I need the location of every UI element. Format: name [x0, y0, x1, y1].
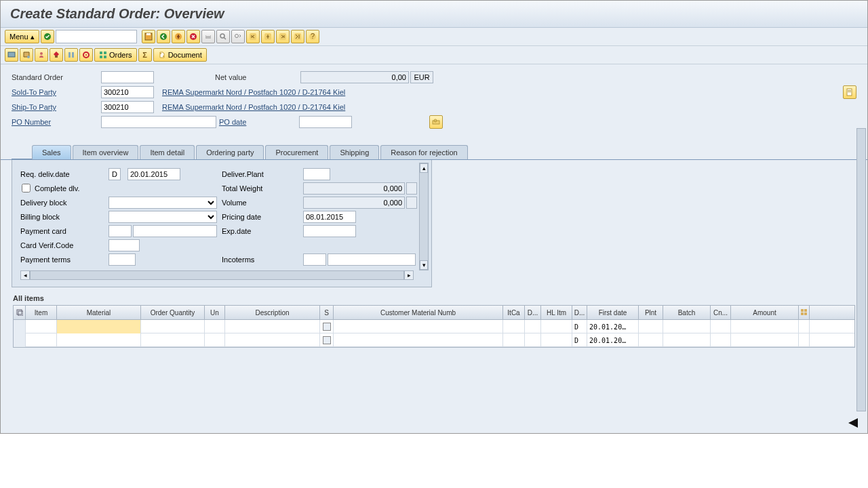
back-button[interactable]	[157, 30, 170, 43]
find-button[interactable]	[216, 30, 230, 43]
partner-details-button[interactable]	[843, 85, 856, 99]
command-input[interactable]	[56, 30, 137, 43]
scroll-down-button[interactable]: ▾	[420, 260, 428, 270]
col-s[interactable]: S	[320, 306, 334, 319]
table-row[interactable]: D 20.01.20…	[14, 320, 854, 333]
volume-label: Volume	[222, 199, 303, 207]
tab-item-overview[interactable]: Item overview	[73, 145, 139, 159]
tab-ordering-party[interactable]: Ordering party	[196, 145, 264, 159]
col-hlitm[interactable]: HL Itm	[541, 306, 572, 319]
scroll-left-button[interactable]: ◂	[20, 270, 30, 280]
col-item[interactable]: Item	[26, 306, 57, 319]
s-checkbox[interactable]	[323, 323, 331, 331]
card-verif-input[interactable]	[108, 239, 140, 251]
last-page-button[interactable]	[291, 30, 304, 43]
config-button[interactable]	[64, 48, 78, 62]
svg-rect-40	[801, 312, 804, 315]
billing-block-select[interactable]	[108, 211, 217, 223]
org-button[interactable]	[50, 48, 63, 62]
tab-sales[interactable]: Sales	[32, 145, 71, 159]
sold-to-input[interactable]	[101, 86, 154, 98]
svg-rect-32	[848, 90, 851, 91]
col-un[interactable]: Un	[205, 306, 225, 319]
document-button[interactable]: Document	[153, 48, 207, 62]
header-details-button[interactable]	[429, 115, 443, 129]
incoterms-text[interactable]	[328, 253, 416, 266]
ship-to-text[interactable]: REMA Supermarkt Nord / Postfach 1020 / D…	[162, 103, 345, 111]
exp-date-input[interactable]	[303, 225, 356, 237]
col-first-date[interactable]: First date	[587, 306, 639, 319]
col-cust-material[interactable]: Customer Material Numb	[334, 306, 503, 319]
complete-dlv-checkbox[interactable]	[22, 184, 31, 192]
tab-shipping[interactable]: Shipping	[330, 145, 379, 159]
volume: 0,000	[303, 197, 405, 209]
cancel-button[interactable]	[186, 30, 200, 43]
material-cell-active[interactable]	[57, 320, 141, 333]
ship-to-input[interactable]	[101, 101, 154, 113]
col-batch[interactable]: Batch	[663, 306, 711, 319]
payment-card-type[interactable]	[108, 225, 132, 237]
incoterms-code[interactable]	[303, 253, 326, 266]
all-items-label: All items	[1, 287, 867, 305]
incoterms-label: Incoterms	[222, 256, 303, 264]
tab-item-detail[interactable]: Item detail	[140, 145, 195, 159]
svg-text:?: ?	[310, 33, 314, 40]
next-page-button[interactable]	[276, 30, 290, 43]
col-itca[interactable]: ItCa	[503, 306, 525, 319]
prev-page-button[interactable]	[261, 30, 275, 43]
col-d1[interactable]: D...	[525, 306, 541, 319]
first-page-button[interactable]	[246, 30, 260, 43]
col-quantity[interactable]: Order Quantity	[141, 306, 205, 319]
standard-order-input[interactable]	[101, 71, 154, 83]
display-button[interactable]	[5, 48, 18, 62]
delivery-block-select[interactable]	[108, 197, 217, 209]
req-deliv-type[interactable]	[108, 168, 121, 180]
tab-horizontal-scrollbar[interactable]: ◂ ▸	[20, 270, 423, 280]
col-amount[interactable]: Amount	[731, 306, 799, 319]
po-date-label[interactable]: PO date	[219, 118, 299, 126]
tab-procurement[interactable]: Procurement	[265, 145, 328, 159]
menu-button[interactable]: Menu ▴	[5, 30, 39, 43]
pricing-date-input[interactable]	[303, 211, 356, 223]
exit-button[interactable]	[172, 30, 185, 43]
po-date-input[interactable]	[299, 116, 352, 128]
env-button[interactable]	[79, 48, 93, 62]
po-number-label[interactable]: PO Number	[12, 118, 101, 126]
scroll-up-button[interactable]: ▴	[420, 163, 428, 173]
col-material[interactable]: Material	[57, 306, 141, 319]
complete-dlv-label: Complete dlv.	[35, 184, 79, 192]
header-button[interactable]	[35, 48, 48, 62]
window-vertical-scrollbar[interactable]	[856, 128, 866, 411]
help-button[interactable]: ?	[306, 30, 319, 43]
sold-to-label[interactable]: Sold-To Party	[12, 88, 101, 96]
payment-card-number[interactable]	[133, 225, 217, 237]
col-description[interactable]: Description	[225, 306, 320, 319]
svg-rect-25	[100, 52, 102, 54]
svg-rect-41	[804, 312, 807, 315]
payment-terms-input[interactable]	[108, 253, 136, 266]
col-cn[interactable]: Cn...	[711, 306, 731, 319]
col-d2[interactable]: D...	[572, 306, 587, 319]
col-config[interactable]	[799, 306, 810, 319]
sum-button[interactable]: Σ	[138, 48, 152, 62]
save-button[interactable]	[142, 30, 155, 43]
ship-to-label[interactable]: Ship-To Party	[12, 103, 101, 111]
tab-reason-rejection[interactable]: Reason for rejection	[380, 145, 467, 159]
ok-button[interactable]	[41, 30, 54, 43]
tab-vertical-scrollbar[interactable]: ▴ ▾	[419, 163, 429, 270]
col-select[interactable]	[14, 306, 26, 319]
svg-rect-2	[146, 33, 151, 35]
col-plnt[interactable]: Plnt	[639, 306, 663, 319]
sold-to-text[interactable]: REMA Supermarkt Nord / Postfach 1020 / D…	[162, 88, 345, 96]
orders-button[interactable]: Orders	[94, 48, 137, 62]
po-number-input[interactable]	[101, 116, 216, 128]
find-next-button[interactable]	[231, 30, 245, 43]
req-deliv-date[interactable]	[127, 168, 180, 180]
propose-button[interactable]	[20, 48, 33, 62]
deliver-plant-input[interactable]	[303, 168, 330, 180]
s-checkbox[interactable]	[323, 336, 331, 344]
scroll-right-button[interactable]: ▸	[404, 270, 414, 280]
table-row[interactable]: D 20.01.20…	[14, 333, 854, 347]
print-button[interactable]	[201, 30, 215, 43]
req-deliv-label: Req. deliv.date	[20, 170, 108, 178]
